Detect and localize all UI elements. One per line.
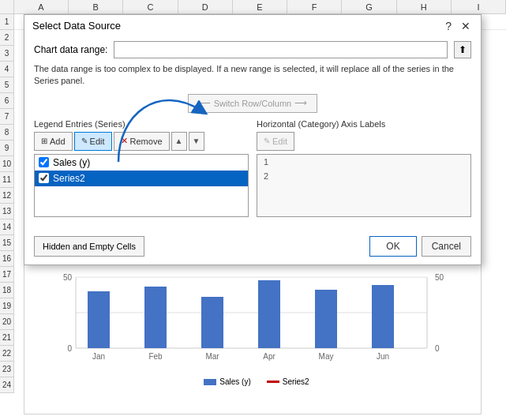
row-numbers: 1 2 3 4 5 6 7 8 9 10 11 12 13 14 15 16 1…: [0, 14, 14, 393]
svg-text:Apr: Apr: [263, 352, 275, 361]
row-12: 12: [0, 188, 14, 204]
switch-label: Switch Row/Column: [214, 99, 291, 108]
svg-text:Feb: Feb: [148, 352, 163, 361]
axis-edit-label: Edit: [272, 137, 287, 146]
row-2: 2: [0, 30, 14, 46]
warning-text: The data range is too complex to be disp…: [34, 63, 471, 88]
left-panel-title: Legend Entries (Series): [34, 119, 249, 129]
svg-rect-11: [315, 290, 337, 348]
row-3: 3: [0, 46, 14, 62]
col-f: F: [287, 0, 342, 14]
svg-rect-12: [372, 285, 394, 348]
series-item[interactable]: Sales (y): [35, 155, 248, 171]
remove-x-icon: ✕: [121, 136, 128, 146]
series-item[interactable]: Series2: [35, 171, 248, 186]
row-21: 21: [0, 330, 14, 346]
remove-series-button[interactable]: ✕ Remove: [114, 132, 170, 151]
series-up-button[interactable]: ▲: [171, 132, 187, 151]
chart-area: 50 0 50 0 Jan Feb Mar Apr May Jun: [24, 261, 482, 414]
svg-text:May: May: [319, 352, 334, 361]
row-4: 4: [0, 62, 14, 77]
range-expand-button[interactable]: ⬆: [454, 41, 471, 58]
row-16: 16: [0, 251, 14, 267]
svg-text:Jan: Jan: [92, 352, 105, 361]
row-5: 5: [0, 77, 14, 93]
col-h: H: [397, 0, 452, 14]
series-list[interactable]: Sales (y) Series2: [34, 154, 249, 217]
dialog-close-button[interactable]: ✕: [459, 21, 473, 32]
corner-cell: [0, 0, 14, 14]
add-icon: ⊞: [41, 137, 47, 145]
edit-icon: ✎: [81, 137, 88, 145]
range-label: Chart data range:: [34, 44, 107, 55]
add-series-button[interactable]: ⊞ Add: [34, 132, 73, 151]
dialog-footer: Hidden and Empty Cells OK Cancel: [24, 231, 481, 264]
switch-right-arrow-icon: ⟶: [294, 98, 307, 108]
col-b: B: [69, 0, 123, 14]
remove-label: Remove: [130, 137, 163, 146]
switch-left-arrow-icon: ⟵: [198, 98, 211, 108]
switch-row: ⟵ Switch Row/Column ⟶: [34, 94, 471, 113]
row-11: 11: [0, 172, 14, 188]
legend-series2-label: Series2: [283, 377, 309, 386]
col-a: A: [14, 0, 69, 14]
row-13: 13: [0, 204, 14, 219]
svg-text:Mar: Mar: [205, 352, 219, 361]
add-label: Add: [50, 137, 66, 146]
hidden-empty-cells-button[interactable]: Hidden and Empty Cells: [34, 236, 144, 257]
series-series2-checkbox[interactable]: [39, 173, 49, 183]
row-17: 17: [0, 267, 14, 283]
svg-text:0: 0: [435, 344, 440, 353]
svg-rect-10: [258, 280, 280, 348]
footer-buttons: OK Cancel: [369, 236, 471, 257]
legend-bar-swatch: [204, 379, 216, 385]
right-panel-title: Horizontal (Category) Axis Labels: [257, 119, 471, 129]
legend-series2: Series2: [267, 377, 309, 386]
svg-rect-8: [144, 287, 167, 348]
select-data-dialog: Select Data Source ? ✕ Chart data range:…: [24, 14, 482, 265]
row-24: 24: [0, 377, 14, 393]
svg-text:50: 50: [435, 273, 444, 282]
ok-button[interactable]: OK: [369, 236, 416, 257]
switch-row-column-button[interactable]: ⟵ Switch Row/Column ⟶: [188, 94, 317, 113]
row-23: 23: [0, 362, 14, 377]
col-i: I: [452, 0, 506, 14]
col-e: E: [233, 0, 287, 14]
dialog-controls: ? ✕: [443, 21, 473, 32]
edit-label: Edit: [90, 137, 105, 146]
col-c: C: [123, 0, 178, 14]
svg-rect-7: [88, 291, 110, 348]
chart-data-range-input[interactable]: [114, 41, 448, 58]
row-14: 14: [0, 219, 14, 235]
series-sales-checkbox[interactable]: [39, 157, 49, 167]
col-g: G: [342, 0, 396, 14]
row-8: 8: [0, 125, 14, 141]
legend-line-swatch: [267, 381, 279, 383]
row-20: 20: [0, 314, 14, 330]
series-down-button[interactable]: ▼: [189, 132, 204, 151]
col-headers: A B C D E F G H I: [0, 0, 506, 14]
dialog-title: Select Data Source: [32, 20, 121, 32]
series-sales-label: Sales (y): [53, 157, 90, 168]
row-6: 6: [0, 93, 14, 109]
chart-legend: Sales (y) Series2: [48, 377, 465, 386]
row-22: 22: [0, 346, 14, 362]
range-expand-icon: ⬆: [459, 44, 467, 55]
row-19: 19: [0, 298, 14, 314]
row-15: 15: [0, 235, 14, 251]
col-d: D: [178, 0, 233, 14]
row-10: 10: [0, 156, 14, 172]
cancel-button[interactable]: Cancel: [422, 236, 471, 257]
axis-edit-icon: ✎: [264, 137, 270, 145]
dialog-help-button[interactable]: ?: [443, 21, 454, 32]
chart-inner: 50 0 50 0 Jan Feb Mar Apr May Jun: [24, 261, 481, 390]
svg-text:Jun: Jun: [377, 352, 389, 361]
edit-axis-button[interactable]: ✎ Edit: [257, 132, 294, 151]
legend-sales: Sales (y): [204, 377, 250, 386]
right-panel-toolbar: ✎ Edit: [257, 132, 471, 151]
dialog-titlebar: Select Data Source ? ✕: [24, 15, 481, 35]
legend-sales-label: Sales (y): [219, 377, 250, 386]
edit-series-button[interactable]: ✎ Edit: [74, 132, 112, 151]
axis-item: 1: [257, 155, 470, 169]
chart-svg: 50 0 50 0 Jan Feb Mar Apr May Jun: [48, 269, 459, 372]
